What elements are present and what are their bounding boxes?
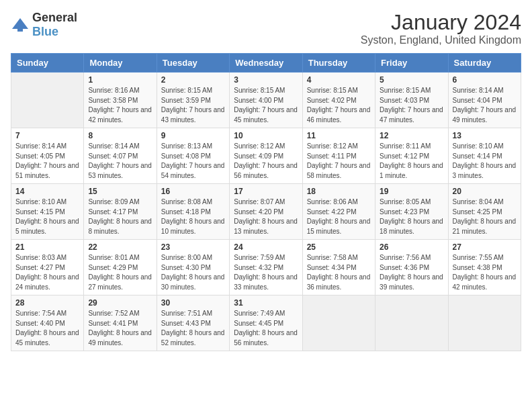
logo-icon [11, 15, 30, 34]
day-number: 2 [161, 75, 225, 85]
day-detail: Sunrise: 8:09 AMSunset: 4:17 PMDaylight:… [88, 197, 152, 236]
calendar-cell: 10 Sunrise: 8:12 AMSunset: 4:09 PMDaylig… [230, 128, 302, 184]
logo-blue: Blue [32, 25, 58, 38]
day-number: 17 [234, 187, 298, 196]
day-detail: Sunrise: 8:11 AMSunset: 4:12 PMDaylight:… [380, 142, 443, 181]
weekday-header-saturday: Saturday [448, 54, 521, 73]
calendar-cell: 27 Sunrise: 7:55 AMSunset: 4:38 PMDaylig… [448, 240, 521, 295]
day-number: 31 [234, 298, 298, 308]
calendar-cell: 22 Sunrise: 8:01 AMSunset: 4:29 PMDaylig… [84, 240, 157, 295]
day-detail: Sunrise: 7:56 AMSunset: 4:36 PMDaylight:… [380, 253, 443, 292]
weekday-header-monday: Monday [84, 54, 157, 73]
day-number: 22 [88, 242, 152, 252]
day-detail: Sunrise: 8:06 AMSunset: 4:22 PMDaylight:… [307, 197, 371, 236]
day-detail: Sunrise: 8:01 AMSunset: 4:29 PMDaylight:… [88, 253, 152, 292]
calendar-cell: 26 Sunrise: 7:56 AMSunset: 4:36 PMDaylig… [375, 240, 448, 295]
calendar-table: SundayMondayTuesdayWednesdayThursdayFrid… [11, 53, 521, 351]
calendar-cell: 23 Sunrise: 8:00 AMSunset: 4:30 PMDaylig… [157, 240, 229, 295]
calendar-cell: 30 Sunrise: 7:51 AMSunset: 4:43 PMDaylig… [157, 295, 229, 351]
subtitle: Syston, England, United Kingdom [361, 34, 521, 46]
calendar-cell: 2 Sunrise: 8:15 AMSunset: 3:59 PMDayligh… [157, 73, 229, 128]
calendar-cell: 13 Sunrise: 8:10 AMSunset: 4:14 PMDaylig… [448, 128, 521, 184]
calendar-cell: 3 Sunrise: 8:15 AMSunset: 4:00 PMDayligh… [230, 73, 302, 128]
calendar-week-4: 28 Sunrise: 7:54 AMSunset: 4:40 PMDaylig… [11, 295, 521, 351]
calendar-cell: 7 Sunrise: 8:14 AMSunset: 4:05 PMDayligh… [11, 128, 84, 184]
calendar-cell: 12 Sunrise: 8:11 AMSunset: 4:12 PMDaylig… [375, 128, 448, 184]
day-number: 12 [380, 131, 443, 140]
day-detail: Sunrise: 8:07 AMSunset: 4:20 PMDaylight:… [234, 197, 298, 236]
title-area: January 2024 Syston, England, United Kin… [361, 11, 521, 46]
logo: General Blue [11, 11, 77, 39]
day-number: 6 [453, 75, 517, 85]
day-number: 16 [161, 187, 225, 196]
day-number: 25 [307, 242, 371, 252]
calendar-cell: 4 Sunrise: 8:15 AMSunset: 4:02 PMDayligh… [302, 73, 375, 128]
calendar-cell [11, 73, 84, 128]
calendar-cell: 17 Sunrise: 8:07 AMSunset: 4:20 PMDaylig… [230, 184, 302, 240]
calendar-cell: 14 Sunrise: 8:10 AMSunset: 4:15 PMDaylig… [11, 184, 84, 240]
day-number: 3 [234, 75, 298, 85]
calendar-cell: 6 Sunrise: 8:14 AMSunset: 4:04 PMDayligh… [448, 73, 521, 128]
day-detail: Sunrise: 8:14 AMSunset: 4:07 PMDaylight:… [88, 142, 152, 181]
calendar-cell: 21 Sunrise: 8:03 AMSunset: 4:27 PMDaylig… [11, 240, 84, 295]
day-number: 13 [453, 131, 517, 140]
day-number: 28 [15, 298, 79, 308]
day-detail: Sunrise: 7:54 AMSunset: 4:40 PMDaylight:… [15, 309, 79, 348]
calendar-cell: 28 Sunrise: 7:54 AMSunset: 4:40 PMDaylig… [11, 295, 84, 351]
day-number: 10 [234, 131, 298, 140]
day-detail: Sunrise: 8:10 AMSunset: 4:15 PMDaylight:… [15, 197, 79, 236]
day-detail: Sunrise: 7:59 AMSunset: 4:32 PMDaylight:… [234, 253, 298, 292]
day-detail: Sunrise: 8:10 AMSunset: 4:14 PMDaylight:… [453, 142, 517, 181]
day-detail: Sunrise: 8:15 AMSunset: 4:03 PMDaylight:… [380, 86, 443, 125]
day-number: 29 [88, 298, 152, 308]
calendar-cell: 8 Sunrise: 8:14 AMSunset: 4:07 PMDayligh… [84, 128, 157, 184]
day-number: 24 [234, 242, 298, 252]
calendar-cell: 5 Sunrise: 8:15 AMSunset: 4:03 PMDayligh… [375, 73, 448, 128]
day-detail: Sunrise: 8:04 AMSunset: 4:25 PMDaylight:… [453, 197, 517, 236]
day-detail: Sunrise: 7:52 AMSunset: 4:41 PMDaylight:… [88, 309, 152, 348]
calendar-cell: 11 Sunrise: 8:12 AMSunset: 4:11 PMDaylig… [302, 128, 375, 184]
calendar-cell [375, 295, 448, 351]
day-detail: Sunrise: 8:14 AMSunset: 4:04 PMDaylight:… [453, 86, 517, 125]
weekday-header-wednesday: Wednesday [230, 54, 302, 73]
calendar-cell: 29 Sunrise: 7:52 AMSunset: 4:41 PMDaylig… [84, 295, 157, 351]
calendar-week-2: 14 Sunrise: 8:10 AMSunset: 4:15 PMDaylig… [11, 184, 521, 240]
day-detail: Sunrise: 7:51 AMSunset: 4:43 PMDaylight:… [161, 309, 225, 348]
day-detail: Sunrise: 8:15 AMSunset: 3:59 PMDaylight:… [161, 86, 225, 125]
day-number: 21 [15, 242, 79, 252]
main-title: January 2024 [361, 11, 521, 34]
day-detail: Sunrise: 8:05 AMSunset: 4:23 PMDaylight:… [380, 197, 443, 236]
day-number: 30 [161, 298, 225, 308]
calendar-week-1: 7 Sunrise: 8:14 AMSunset: 4:05 PMDayligh… [11, 128, 521, 184]
day-number: 8 [88, 131, 152, 140]
day-number: 20 [453, 187, 517, 196]
weekday-row: SundayMondayTuesdayWednesdayThursdayFrid… [11, 54, 521, 73]
calendar-cell [302, 295, 375, 351]
day-number: 7 [15, 131, 79, 140]
day-detail: Sunrise: 8:15 AMSunset: 4:02 PMDaylight:… [307, 86, 371, 125]
calendar-cell [448, 295, 521, 351]
day-number: 4 [307, 75, 371, 85]
day-number: 18 [307, 187, 371, 196]
day-detail: Sunrise: 8:16 AMSunset: 3:58 PMDaylight:… [88, 86, 152, 125]
calendar-week-0: 1 Sunrise: 8:16 AMSunset: 3:58 PMDayligh… [11, 73, 521, 128]
weekday-header-friday: Friday [375, 54, 448, 73]
day-number: 15 [88, 187, 152, 196]
calendar-cell: 25 Sunrise: 7:58 AMSunset: 4:34 PMDaylig… [302, 240, 375, 295]
weekday-header-tuesday: Tuesday [157, 54, 229, 73]
day-number: 9 [161, 131, 225, 140]
day-number: 23 [161, 242, 225, 252]
calendar-week-3: 21 Sunrise: 8:03 AMSunset: 4:27 PMDaylig… [11, 240, 521, 295]
logo-text: General Blue [32, 11, 77, 39]
calendar-cell: 31 Sunrise: 7:49 AMSunset: 4:45 PMDaylig… [230, 295, 302, 351]
day-number: 11 [307, 131, 371, 140]
calendar-cell: 1 Sunrise: 8:16 AMSunset: 3:58 PMDayligh… [84, 73, 157, 128]
day-detail: Sunrise: 7:55 AMSunset: 4:38 PMDaylight:… [453, 253, 517, 292]
day-detail: Sunrise: 8:13 AMSunset: 4:08 PMDaylight:… [161, 142, 225, 181]
day-detail: Sunrise: 7:49 AMSunset: 4:45 PMDaylight:… [234, 309, 298, 348]
day-detail: Sunrise: 8:12 AMSunset: 4:11 PMDaylight:… [307, 142, 371, 181]
day-number: 19 [380, 187, 443, 196]
day-detail: Sunrise: 8:14 AMSunset: 4:05 PMDaylight:… [15, 142, 79, 181]
day-detail: Sunrise: 7:58 AMSunset: 4:34 PMDaylight:… [307, 253, 371, 292]
weekday-header-sunday: Sunday [11, 54, 84, 73]
